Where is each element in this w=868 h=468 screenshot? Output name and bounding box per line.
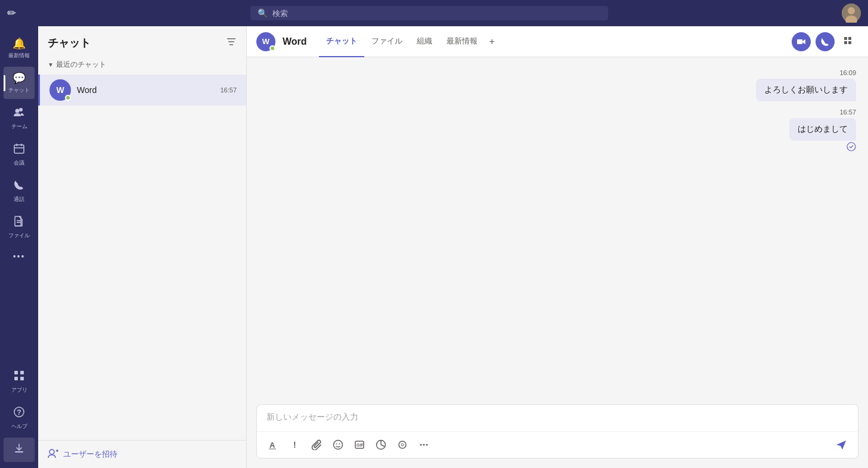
search-container: 🔍: [250, 6, 608, 20]
svg-point-44: [426, 444, 428, 446]
attach-icon: [311, 439, 322, 450]
message-1: 16:09 よろしくお願いします: [756, 69, 856, 101]
help-label: ヘルプ: [11, 423, 27, 430]
chat-header-right: [792, 32, 858, 51]
files-svg: [13, 215, 25, 227]
emoji-button[interactable]: [328, 435, 348, 454]
user-avatar[interactable]: [842, 4, 861, 23]
top-bar: ✏ 🔍: [0, 0, 868, 26]
chat-icon: 💬: [13, 72, 26, 85]
sidebar-item-download[interactable]: [4, 438, 35, 462]
sidebar-item-calls[interactable]: 通話: [4, 174, 35, 208]
invite-icon: [48, 448, 58, 461]
invite-label: ユーザーを招待: [63, 449, 117, 460]
more-options-icon: [843, 36, 855, 48]
search-box: 🔍: [250, 6, 608, 20]
svg-rect-28: [844, 41, 847, 44]
svg-point-30: [847, 142, 855, 151]
call-icon: [820, 37, 830, 47]
sidebar-item-teams[interactable]: チーム: [4, 101, 35, 135]
svg-rect-12: [14, 371, 18, 374]
chat-sidebar: チャット ▼ 最近のチャット W Word: [38, 26, 247, 468]
svg-rect-14: [14, 377, 18, 380]
search-icon: 🔍: [258, 8, 268, 18]
chat-label: チャット: [8, 86, 30, 94]
svg-point-35: [336, 444, 337, 445]
svg-rect-13: [20, 371, 24, 374]
important-button[interactable]: !: [286, 435, 305, 454]
sticker-icon: [376, 439, 386, 450]
more-icon: •••: [13, 252, 26, 261]
meetings-icon: [13, 142, 25, 157]
filter-icon[interactable]: [226, 36, 237, 49]
teams-label: チーム: [11, 123, 27, 131]
header-tabs: チャット ファイル 組織 最新情報 +: [319, 26, 500, 57]
word-status-dot: [65, 95, 71, 101]
svg-rect-5: [14, 145, 24, 153]
help-icon: ?: [13, 406, 25, 421]
download-svg: [13, 442, 25, 454]
main-layout: 🔔 最新情報 💬 チャット チーム: [0, 26, 868, 468]
giphy-button[interactable]: GIF: [350, 435, 369, 454]
sidebar-item-meetings[interactable]: 会議: [4, 138, 35, 172]
send-button[interactable]: [832, 435, 851, 454]
message-input-placeholder[interactable]: 新しいメッセージの入力: [257, 405, 858, 431]
message-2-time: 16:57: [789, 109, 856, 116]
teams-svg: [13, 106, 25, 118]
message-status-icon: [847, 141, 856, 151]
tab-org[interactable]: 組織: [410, 26, 439, 57]
read-status-svg: [847, 142, 856, 151]
apps-svg: [13, 370, 25, 382]
svg-text:GIF: GIF: [356, 443, 364, 447]
message-1-bubble: よろしくお願いします: [756, 79, 856, 101]
tab-files[interactable]: ファイル: [364, 26, 410, 57]
recent-chats-header[interactable]: ▼ 最近のチャット: [38, 57, 246, 75]
tab-info[interactable]: 最新情報: [439, 26, 485, 57]
tab-chat[interactable]: チャット: [319, 26, 364, 57]
message-1-time: 16:09: [756, 69, 856, 76]
top-bar-right: [842, 4, 861, 23]
sidebar-item-help[interactable]: ? ヘルプ: [4, 401, 35, 435]
svg-rect-15: [20, 377, 24, 380]
audio-call-button[interactable]: [816, 32, 835, 51]
recent-label: 最近のチャット: [56, 60, 106, 70]
sidebar-header: チャット: [38, 26, 246, 57]
calls-svg: [13, 179, 25, 191]
sidebar-item-chat[interactable]: 💬 チャット: [4, 67, 35, 99]
add-tab-button[interactable]: +: [485, 32, 500, 52]
sticker-button[interactable]: [371, 435, 390, 454]
giphy-icon: GIF: [354, 439, 365, 450]
files-icon: [13, 215, 25, 230]
message-input-area: 新しいメッセージの入力 A !: [256, 404, 858, 458]
send-icon: [835, 439, 847, 451]
svg-point-40: [399, 441, 406, 448]
chat-list: W Word 16:57: [38, 75, 246, 440]
emoji-icon: [333, 439, 343, 450]
sidebar-item-apps[interactable]: アプリ: [4, 365, 35, 399]
header-status-dot: [269, 45, 275, 51]
sidebar-item-notifications[interactable]: 🔔 最新情報: [4, 32, 35, 64]
help-svg: ?: [13, 406, 25, 418]
message-1-text: よろしくお願いします: [764, 85, 848, 94]
word-chat-info: Word: [77, 85, 214, 95]
notifications-icon: 🔔: [13, 37, 26, 50]
more-toolbar-icon: [418, 439, 429, 450]
chevron-down-icon: ▼: [48, 61, 54, 68]
chat-item-word[interactable]: W Word 16:57: [38, 75, 246, 106]
filter-svg: [226, 36, 237, 47]
download-icon: [13, 442, 25, 457]
more-toolbar-button[interactable]: [414, 435, 433, 454]
svg-point-41: [401, 444, 404, 446]
search-input[interactable]: [272, 9, 601, 18]
format-text-button[interactable]: A: [264, 435, 283, 454]
compose-icon[interactable]: ✏: [7, 7, 16, 20]
sidebar-item-more[interactable]: •••: [4, 247, 35, 266]
header-name: Word: [283, 36, 307, 47]
invite-user-footer[interactable]: ユーザーを招待: [38, 440, 246, 468]
sidebar-item-files[interactable]: ファイル: [4, 210, 35, 244]
video-call-button[interactable]: [792, 32, 811, 51]
attach-button[interactable]: [307, 435, 326, 454]
more-options-button[interactable]: [839, 32, 858, 51]
message-2-bubble: はじめまして: [789, 118, 856, 141]
loop-button[interactable]: [393, 435, 412, 454]
